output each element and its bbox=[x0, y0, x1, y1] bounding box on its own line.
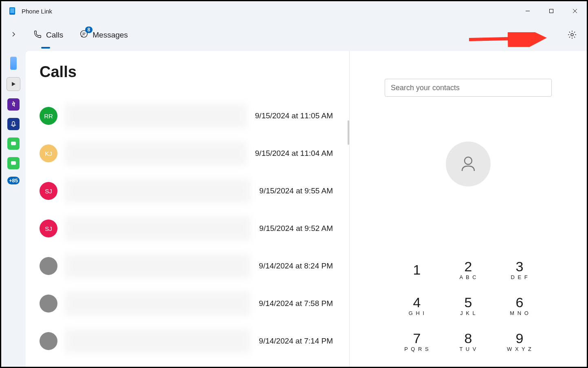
svg-rect-10 bbox=[11, 142, 16, 145]
call-row[interactable]: SJ9/15/2024 at 9:55 AM bbox=[40, 172, 349, 210]
rail-app-purple[interactable]: पे bbox=[7, 98, 20, 111]
svg-rect-3 bbox=[550, 9, 553, 13]
dial-number: 2 bbox=[465, 259, 472, 273]
call-contact-redacted bbox=[65, 104, 247, 128]
dial-key-9[interactable]: 9W X Y Z bbox=[494, 324, 545, 359]
call-contact-redacted bbox=[65, 141, 247, 166]
rail-phone-icon[interactable] bbox=[10, 57, 17, 70]
messages-icon: 8 bbox=[79, 30, 88, 40]
call-row[interactable]: SJ9/15/2024 at 9:52 AM bbox=[40, 210, 349, 247]
rail-app-notification[interactable] bbox=[7, 118, 20, 130]
tab-calls-label: Calls bbox=[46, 31, 63, 40]
dial-letters: D E F bbox=[511, 274, 528, 280]
dial-letters: M N O bbox=[510, 310, 529, 316]
dial-key-4[interactable]: 4G H I bbox=[391, 288, 443, 324]
dial-number: 5 bbox=[465, 295, 472, 309]
titlebar: Phone Link bbox=[1, 1, 587, 21]
call-timestamp: 9/14/2024 at 7:58 PM bbox=[259, 299, 333, 308]
call-row[interactable]: RR9/15/2024 at 11:05 AM bbox=[40, 97, 349, 135]
top-nav: Calls 8 Messages bbox=[1, 21, 587, 49]
call-timestamp: 9/14/2024 at 7:14 PM bbox=[259, 337, 333, 346]
dial-number: 8 bbox=[465, 331, 472, 345]
call-row[interactable]: 9/14/2024 at 7:58 PM bbox=[40, 285, 349, 322]
dial-key-8[interactable]: 8T U V bbox=[443, 324, 494, 359]
main: पे +85 Calls RR9/15/2024 at 11:05 AMKJ9/… bbox=[1, 49, 587, 367]
dial-key-1[interactable]: 1 bbox=[391, 252, 443, 288]
dial-key-7[interactable]: 7P Q R S bbox=[391, 324, 443, 359]
contact-avatar-placeholder bbox=[446, 142, 491, 186]
call-timestamp: 9/14/2024 at 8:24 PM bbox=[259, 262, 333, 270]
messages-badge: 8 bbox=[85, 27, 93, 33]
call-timestamp: 9/15/2024 at 11:04 AM bbox=[255, 149, 333, 158]
calls-heading: Calls bbox=[40, 63, 349, 81]
phone-icon bbox=[33, 30, 42, 40]
call-contact-redacted bbox=[65, 216, 251, 241]
left-rail: पे +85 bbox=[1, 49, 26, 367]
dial-number: 7 bbox=[413, 331, 421, 345]
dialer-panel: Search your contacts 12A B C3D E F4G H I… bbox=[350, 51, 587, 367]
call-timestamp: 9/15/2024 at 11:05 AM bbox=[255, 111, 333, 120]
svg-point-9 bbox=[571, 33, 573, 36]
app-title: Phone Link bbox=[22, 8, 52, 15]
gear-icon bbox=[567, 30, 577, 40]
dial-key-3[interactable]: 3D E F bbox=[494, 252, 545, 288]
tab-calls[interactable]: Calls bbox=[33, 30, 63, 40]
call-contact-redacted bbox=[65, 179, 251, 203]
rail-play-icon[interactable] bbox=[7, 77, 20, 91]
avatar bbox=[40, 257, 57, 275]
maximize-button[interactable] bbox=[540, 1, 563, 21]
dialpad: 12A B C3D E F4G H I5J K L6M N O7P Q R S8… bbox=[391, 252, 545, 359]
dial-letters: J K L bbox=[460, 310, 476, 316]
rail-app-messages1[interactable] bbox=[7, 137, 20, 150]
svg-point-12 bbox=[465, 157, 472, 164]
call-timestamp: 9/15/2024 at 9:52 AM bbox=[259, 224, 333, 233]
avatar: SJ bbox=[40, 219, 57, 237]
tab-messages-label: Messages bbox=[92, 31, 128, 40]
call-row[interactable]: 9/14/2024 at 8:24 PM bbox=[40, 247, 349, 285]
dial-number: 6 bbox=[516, 295, 524, 309]
settings-button[interactable] bbox=[567, 30, 577, 41]
avatar bbox=[40, 295, 57, 313]
close-button[interactable] bbox=[563, 1, 587, 21]
svg-rect-1 bbox=[10, 8, 14, 13]
dial-key-6[interactable]: 6M N O bbox=[494, 288, 545, 324]
dial-key-5[interactable]: 5J K L bbox=[443, 288, 494, 324]
rail-app-messages2[interactable] bbox=[7, 157, 20, 169]
search-placeholder: Search your contacts bbox=[391, 84, 460, 92]
dial-letters: G H I bbox=[409, 310, 425, 316]
call-contact-redacted bbox=[65, 254, 251, 278]
svg-rect-11 bbox=[11, 161, 16, 165]
dial-letters: W X Y Z bbox=[507, 346, 532, 352]
avatar bbox=[40, 332, 57, 350]
dial-number: 1 bbox=[413, 263, 421, 277]
nav-expand-icon[interactable] bbox=[11, 31, 17, 39]
call-row[interactable]: KJ9/15/2024 at 11:04 AM bbox=[40, 135, 349, 172]
minimize-button[interactable] bbox=[516, 1, 540, 21]
call-timestamp: 9/15/2024 at 9:55 AM bbox=[259, 186, 333, 195]
dial-letters: A B C bbox=[459, 274, 477, 280]
dial-number: 3 bbox=[516, 259, 524, 273]
search-contacts-input[interactable]: Search your contacts bbox=[385, 79, 552, 97]
tab-messages[interactable]: 8 Messages bbox=[79, 30, 128, 40]
dial-number: 9 bbox=[516, 331, 524, 345]
rail-overflow-count[interactable]: +85 bbox=[7, 177, 20, 184]
avatar: RR bbox=[40, 107, 57, 125]
call-row[interactable]: 9/14/2024 at 7:14 PM bbox=[40, 322, 349, 360]
call-contact-redacted bbox=[65, 291, 251, 316]
scrollbar[interactable] bbox=[348, 120, 349, 145]
avatar: KJ bbox=[40, 144, 57, 162]
call-contact-redacted bbox=[65, 329, 251, 353]
dial-number: 4 bbox=[413, 295, 421, 309]
window-controls bbox=[516, 1, 587, 21]
calls-panel: Calls RR9/15/2024 at 11:05 AMKJ9/15/2024… bbox=[26, 51, 350, 367]
call-list: RR9/15/2024 at 11:05 AMKJ9/15/2024 at 11… bbox=[40, 97, 349, 360]
person-icon bbox=[458, 154, 478, 174]
avatar: SJ bbox=[40, 182, 57, 200]
app-icon bbox=[9, 7, 17, 15]
dial-letters: T U V bbox=[460, 346, 477, 352]
dial-key-2[interactable]: 2A B C bbox=[443, 252, 494, 288]
dial-letters: P Q R S bbox=[404, 346, 429, 352]
content: Calls RR9/15/2024 at 11:05 AMKJ9/15/2024… bbox=[26, 51, 587, 367]
